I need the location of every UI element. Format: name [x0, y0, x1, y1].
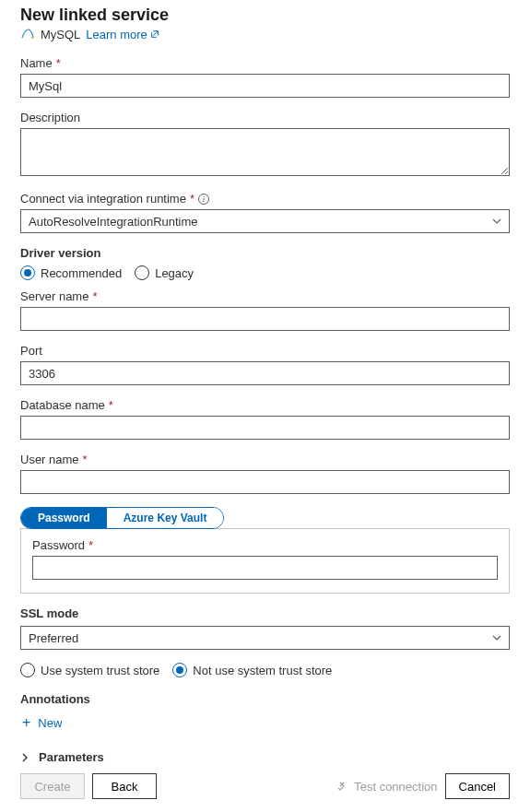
- password-input[interactable]: [32, 556, 498, 580]
- server-input[interactable]: [20, 307, 510, 331]
- password-panel: Password*: [20, 528, 510, 594]
- driver-legacy-label: Legacy: [155, 266, 194, 280]
- ssl-select[interactable]: Preferred: [20, 626, 510, 650]
- required-marker: *: [190, 192, 194, 206]
- required-marker: *: [109, 398, 113, 412]
- driver-recommended-label: Recommended: [41, 266, 122, 280]
- radio-icon: [172, 663, 187, 677]
- tab-password[interactable]: Password: [21, 508, 107, 528]
- create-button[interactable]: Create: [20, 773, 85, 799]
- subheader: MySQL Learn more: [20, 27, 510, 41]
- back-button[interactable]: Back: [92, 773, 157, 799]
- runtime-select[interactable]: AutoResolveIntegrationRuntime: [20, 209, 510, 233]
- learn-more-link[interactable]: Learn more: [86, 28, 159, 41]
- plug-icon: [336, 780, 348, 793]
- radio-icon: [135, 265, 149, 280]
- trust-notuse-radio[interactable]: Not use system trust store: [172, 663, 332, 677]
- user-input[interactable]: [20, 470, 510, 494]
- footer: Create Back Test connection Cancel: [0, 764, 530, 812]
- description-label: Description: [20, 111, 510, 124]
- cancel-button[interactable]: Cancel: [445, 773, 510, 799]
- user-label: User name*: [20, 453, 510, 466]
- test-connection-button[interactable]: Test connection: [336, 780, 437, 794]
- plus-icon: +: [22, 715, 30, 730]
- test-connection-label: Test connection: [354, 780, 437, 794]
- runtime-label: Connect via integration runtime* i: [20, 192, 510, 206]
- ssl-label: SSL mode: [20, 606, 510, 620]
- password-label: Password*: [32, 538, 498, 552]
- description-input[interactable]: [20, 128, 510, 176]
- runtime-value: AutoResolveIntegrationRuntime: [29, 215, 198, 229]
- annotations-label: Annotations: [20, 692, 510, 706]
- required-marker: *: [88, 538, 93, 552]
- add-annotation-button[interactable]: + New: [20, 712, 64, 734]
- port-label: Port: [20, 344, 510, 358]
- chevron-down-icon: [492, 217, 501, 226]
- parameters-label: Parameters: [39, 750, 104, 764]
- required-marker: *: [92, 289, 97, 303]
- chevron-down-icon: [492, 633, 501, 642]
- required-marker: *: [83, 453, 88, 466]
- trust-use-label: Use system trust store: [41, 664, 159, 677]
- parameters-toggle[interactable]: Parameters: [20, 750, 510, 764]
- trust-notuse-label: Not use system trust store: [193, 664, 332, 677]
- service-name: MySQL: [41, 28, 80, 41]
- learn-more-label: Learn more: [86, 28, 147, 41]
- database-label: Database name*: [20, 398, 510, 412]
- ssl-value: Preferred: [29, 631, 78, 645]
- mysql-icon: [20, 27, 35, 41]
- chevron-right-icon: [20, 753, 29, 762]
- server-label: Server name*: [20, 289, 510, 303]
- database-input[interactable]: [20, 416, 510, 440]
- svg-point-0: [31, 37, 33, 39]
- add-annotation-label: New: [38, 716, 62, 730]
- driver-legacy-radio[interactable]: Legacy: [135, 265, 194, 280]
- page-title: New linked service: [20, 6, 510, 25]
- radio-icon: [20, 663, 35, 677]
- password-tabs: Password Azure Key Vault: [20, 507, 224, 529]
- radio-icon: [20, 265, 35, 280]
- info-icon[interactable]: i: [198, 194, 209, 205]
- required-marker: *: [56, 56, 61, 70]
- name-label: Name*: [20, 56, 510, 70]
- driver-label: Driver version: [20, 246, 510, 260]
- external-link-icon: [150, 29, 159, 39]
- tab-azure-key-vault[interactable]: Azure Key Vault: [107, 508, 224, 528]
- name-input[interactable]: [20, 74, 510, 98]
- port-input[interactable]: [20, 361, 510, 385]
- driver-recommended-radio[interactable]: Recommended: [20, 265, 122, 280]
- trust-use-radio[interactable]: Use system trust store: [20, 663, 159, 677]
